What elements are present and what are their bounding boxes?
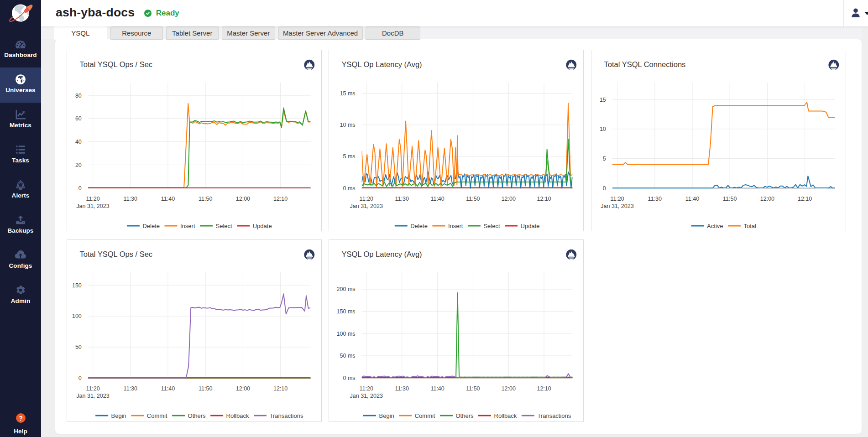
svg-text:Others: Others: [456, 412, 474, 419]
svg-text:11:40: 11:40: [161, 196, 174, 202]
svg-text:50 ms: 50 ms: [340, 353, 356, 359]
svg-text:YSQL Op Latency (Avg): YSQL Op Latency (Avg): [342, 60, 422, 68]
svg-text:Total YSQL Connections: Total YSQL Connections: [604, 60, 685, 68]
svg-text:11:40: 11:40: [685, 196, 699, 202]
svg-text:Delete: Delete: [410, 223, 428, 229]
svg-text:Jan 31, 2023: Jan 31, 2023: [350, 203, 383, 209]
svg-text:Jan 31, 2023: Jan 31, 2023: [350, 392, 383, 399]
svg-text:10 ms: 10 ms: [340, 122, 356, 128]
svg-text:Insert: Insert: [180, 223, 195, 229]
svg-text:Rollback: Rollback: [226, 412, 249, 419]
svg-text:12:10: 12:10: [537, 196, 551, 202]
svg-text:Select: Select: [215, 223, 232, 229]
svg-text:Begin: Begin: [111, 412, 126, 419]
svg-text:?: ?: [19, 415, 23, 422]
svg-text:12:00: 12:00: [502, 385, 516, 391]
svg-text:11:50: 11:50: [199, 385, 212, 391]
svg-text:150: 150: [72, 282, 81, 288]
svg-text:11:50: 11:50: [466, 385, 480, 391]
svg-text:Select: Select: [483, 223, 500, 229]
svg-text:12:10: 12:10: [273, 196, 287, 202]
svg-text:15 ms: 15 ms: [340, 90, 356, 97]
svg-text:Insert: Insert: [448, 223, 463, 229]
svg-text:100: 100: [72, 313, 81, 319]
svg-text:20: 20: [75, 162, 81, 168]
svg-text:Jan 31, 2023: Jan 31, 2023: [76, 392, 109, 399]
svg-text:11:30: 11:30: [395, 385, 409, 391]
svg-text:11:40: 11:40: [430, 196, 444, 202]
svg-text:YSQL Op Latency (Avg): YSQL Op Latency (Avg): [342, 250, 422, 258]
svg-text:12:00: 12:00: [235, 385, 250, 391]
svg-text:Total YSQL Ops / Sec: Total YSQL Ops / Sec: [79, 60, 152, 68]
svg-text:Commit: Commit: [415, 412, 435, 419]
svg-text:Total: Total: [743, 223, 756, 229]
svg-text:11:30: 11:30: [123, 196, 137, 202]
svg-text:11:20: 11:20: [86, 196, 99, 202]
svg-text:11:50: 11:50: [466, 196, 480, 202]
svg-text:12:00: 12:00: [502, 196, 516, 202]
svg-text:5: 5: [602, 156, 606, 162]
svg-text:0: 0: [78, 185, 81, 192]
svg-text:Total YSQL Ops / Sec: Total YSQL Ops / Sec: [79, 250, 152, 258]
svg-text:Commit: Commit: [146, 412, 167, 419]
svg-text:Jan 31, 2023: Jan 31, 2023: [76, 203, 109, 209]
svg-text:200 ms: 200 ms: [337, 286, 356, 292]
svg-text:11:30: 11:30: [395, 196, 409, 202]
svg-text:0: 0: [78, 375, 81, 381]
svg-text:15: 15: [599, 97, 606, 103]
svg-text:11:20: 11:20: [360, 196, 373, 202]
svg-text:10: 10: [599, 126, 606, 132]
svg-text:12:10: 12:10: [273, 385, 287, 391]
svg-text:11:30: 11:30: [123, 385, 137, 391]
svg-text:80: 80: [75, 93, 81, 99]
svg-text:Delete: Delete: [142, 223, 160, 229]
svg-text:Active: Active: [707, 223, 723, 229]
svg-text:0 ms: 0 ms: [343, 375, 356, 381]
svg-text:Jan 31, 2023: Jan 31, 2023: [601, 203, 633, 209]
svg-text:11:30: 11:30: [648, 196, 661, 202]
svg-text:12:10: 12:10: [797, 196, 811, 202]
svg-text:11:20: 11:20: [610, 196, 624, 202]
svg-text:0: 0: [602, 185, 606, 192]
svg-text:Rollback: Rollback: [494, 412, 517, 419]
svg-text:12:00: 12:00: [760, 196, 774, 202]
svg-text:11:50: 11:50: [723, 196, 737, 202]
svg-text:Transactions: Transactions: [537, 412, 571, 419]
svg-text:12:10: 12:10: [537, 385, 551, 391]
svg-text:40: 40: [75, 139, 81, 145]
svg-text:11:40: 11:40: [161, 385, 174, 391]
svg-text:12:00: 12:00: [235, 196, 250, 202]
svg-text:11:20: 11:20: [86, 385, 99, 391]
svg-text:11:20: 11:20: [360, 385, 373, 391]
svg-text:50: 50: [75, 344, 81, 350]
svg-text:11:40: 11:40: [430, 385, 444, 391]
svg-text:Others: Others: [188, 412, 206, 419]
svg-text:5 ms: 5 ms: [343, 153, 356, 160]
svg-text:60: 60: [75, 115, 81, 122]
svg-text:Begin: Begin: [379, 412, 394, 419]
svg-text:Update: Update: [521, 223, 540, 229]
svg-text:Transactions: Transactions: [269, 412, 303, 419]
svg-text:11:50: 11:50: [199, 196, 212, 202]
svg-text:150 ms: 150 ms: [337, 308, 356, 315]
svg-text:100 ms: 100 ms: [337, 330, 356, 337]
svg-text:Update: Update: [252, 223, 272, 229]
svg-text:0 ms: 0 ms: [343, 185, 356, 192]
